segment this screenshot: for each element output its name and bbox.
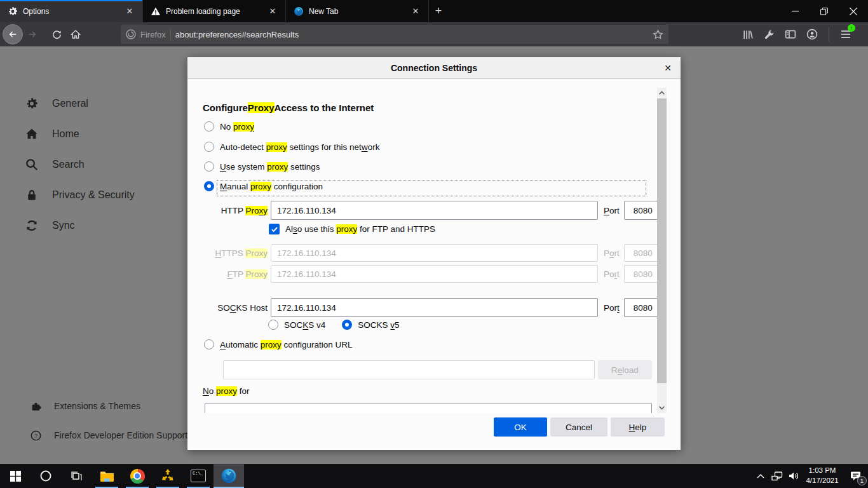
task-view-button[interactable] — [61, 464, 92, 488]
sidebar-item-extensions-themes[interactable]: Extensions & Themes — [31, 397, 187, 415]
tab-options[interactable]: Options ✕ — [0, 0, 143, 22]
sync-icon — [25, 219, 38, 232]
socks-host-input[interactable] — [271, 298, 598, 317]
yellow-arrows-app-button[interactable] — [153, 464, 183, 488]
auto-config-url-input[interactable] — [223, 360, 595, 379]
radio-manual-proxy[interactable]: Manual proxy configuration — [204, 181, 323, 191]
dialog-scrollbar[interactable] — [657, 88, 667, 413]
toolbar-icons: ↑ — [740, 27, 853, 42]
svg-text:?: ? — [34, 432, 37, 438]
https-port-input[interactable] — [624, 244, 658, 262]
scroll-down-arrow-icon[interactable] — [657, 403, 667, 413]
socks-port-input[interactable] — [624, 298, 658, 317]
checkbox-checked[interactable] — [269, 224, 280, 234]
radio-label: Use system proxy settings — [220, 162, 320, 172]
sidebar-item-sync[interactable]: Sync — [25, 217, 135, 234]
radio-circle[interactable] — [204, 142, 214, 152]
sidebar-item-general[interactable]: General — [25, 95, 135, 112]
socks-v4-label: SOCKS v4 — [284, 320, 325, 330]
file-explorer-button[interactable] — [92, 464, 122, 488]
task-view-icon — [71, 471, 83, 482]
radio-system-proxy[interactable]: Use system proxy settings — [204, 161, 320, 172]
https-proxy-label: HTTPS Proxy — [207, 248, 268, 258]
tab-close-icon[interactable]: ✕ — [266, 5, 279, 18]
preferences-page-dimmed: General Home Search Privacy & Security S… — [0, 46, 868, 464]
start-button[interactable] — [0, 464, 31, 488]
menu-icon[interactable]: ↑ — [838, 27, 853, 42]
forward-button[interactable] — [23, 25, 42, 44]
notification-badge: 1 — [857, 476, 867, 485]
no-proxy-for-input[interactable] — [205, 403, 652, 413]
socks-host-label: SOCKS Host — [207, 303, 268, 313]
radio-circle[interactable] — [204, 121, 214, 132]
home-button[interactable] — [66, 25, 85, 44]
dialog-close-icon[interactable]: ✕ — [660, 61, 675, 75]
reload-button[interactable]: Reload — [598, 360, 652, 379]
http-port-label: Port — [604, 206, 620, 215]
firefox-icon — [294, 6, 304, 17]
tab-close-icon[interactable]: ✕ — [409, 5, 422, 18]
action-center-button[interactable]: 1 — [843, 464, 868, 488]
tab-problem-loading[interactable]: Problem loading page ✕ — [143, 0, 286, 22]
back-button[interactable] — [3, 24, 23, 44]
network-icon[interactable] — [769, 464, 785, 488]
taskbar-clock[interactable]: 1:03 PM 4/17/2021 — [802, 466, 843, 485]
also-use-proxy-row[interactable]: Also use this proxy for FTP and HTTPS — [269, 224, 435, 234]
urlbar-separator — [170, 29, 171, 40]
ftp-proxy-label: FTP Proxy — [207, 269, 268, 279]
tab-new-tab[interactable]: New Tab ✕ — [286, 0, 429, 22]
http-proxy-input[interactable] — [271, 201, 598, 220]
chrome-button[interactable] — [122, 464, 153, 488]
http-port-input[interactable] — [624, 201, 658, 220]
radio-socks-v5-selected[interactable] — [342, 320, 352, 330]
sidebar-item-home[interactable]: Home — [25, 125, 135, 143]
bookmark-star-icon[interactable] — [653, 29, 663, 40]
command-prompt-button[interactable]: C:\_ — [183, 464, 214, 488]
reload-button[interactable] — [47, 25, 66, 44]
cortana-search-button[interactable] — [31, 464, 61, 488]
gear-icon — [25, 97, 38, 110]
sidebar-item-support[interactable]: ? Firefox Developer Edition Support — [31, 426, 187, 444]
radio-circle[interactable] — [204, 161, 214, 172]
https-port-label: Port — [604, 248, 620, 258]
radio-no-proxy[interactable]: No proxy — [204, 121, 254, 132]
minimize-icon[interactable] — [780, 0, 810, 22]
wrench-icon[interactable] — [761, 27, 776, 42]
account-icon[interactable] — [804, 27, 820, 42]
https-proxy-input[interactable] — [271, 244, 598, 262]
sidebar-item-privacy-security[interactable]: Privacy & Security — [25, 186, 135, 204]
sidebar-item-search[interactable]: Search — [25, 156, 135, 173]
cancel-button[interactable]: Cancel — [550, 417, 607, 437]
dialog-title: Connection Settings — [391, 63, 477, 73]
ftp-proxy-input[interactable] — [271, 265, 598, 283]
ok-button[interactable]: OK — [494, 417, 547, 437]
close-icon[interactable] — [839, 0, 868, 22]
ftp-port-input[interactable] — [624, 265, 658, 283]
new-tab-button[interactable]: + — [429, 0, 448, 22]
warning-icon — [151, 6, 161, 17]
library-icon[interactable] — [740, 27, 755, 42]
sidebar-item-label: Privacy & Security — [52, 189, 135, 201]
tab-close-icon[interactable]: ✕ — [123, 5, 136, 18]
toolbar-separator — [829, 27, 829, 41]
sidebar-item-label: Home — [52, 128, 79, 140]
url-bar[interactable]: Firefox about:preferences#searchResults — [121, 25, 668, 44]
radio-circle[interactable] — [204, 339, 214, 349]
socks-v5-label: SOCKS v5 — [358, 320, 399, 330]
scroll-up-arrow-icon[interactable] — [657, 88, 667, 98]
firefox-taskbar-button[interactable] — [214, 464, 244, 488]
radio-circle-selected[interactable] — [204, 181, 214, 191]
radio-auto-config-url[interactable]: Automatic proxy configuration URL — [204, 339, 353, 349]
tab-title: New Tab — [309, 7, 404, 16]
sidebar-item-label: General — [52, 98, 88, 109]
speaker-icon[interactable] — [785, 464, 802, 488]
browser-tab-bar: Options ✕ Problem loading page ✕ New Tab… — [0, 0, 868, 22]
radio-auto-detect[interactable]: Auto-detect proxy settings for this netw… — [204, 142, 379, 152]
help-button[interactable]: Help — [611, 417, 665, 437]
radio-socks-v4[interactable] — [268, 320, 278, 330]
restore-icon[interactable] — [810, 0, 839, 22]
sidebar-toggle-icon[interactable] — [783, 27, 798, 42]
clock-time: 1:03 PM — [802, 466, 843, 476]
tray-chevron-up-icon[interactable] — [752, 464, 769, 488]
scrollbar-thumb[interactable] — [657, 98, 667, 383]
